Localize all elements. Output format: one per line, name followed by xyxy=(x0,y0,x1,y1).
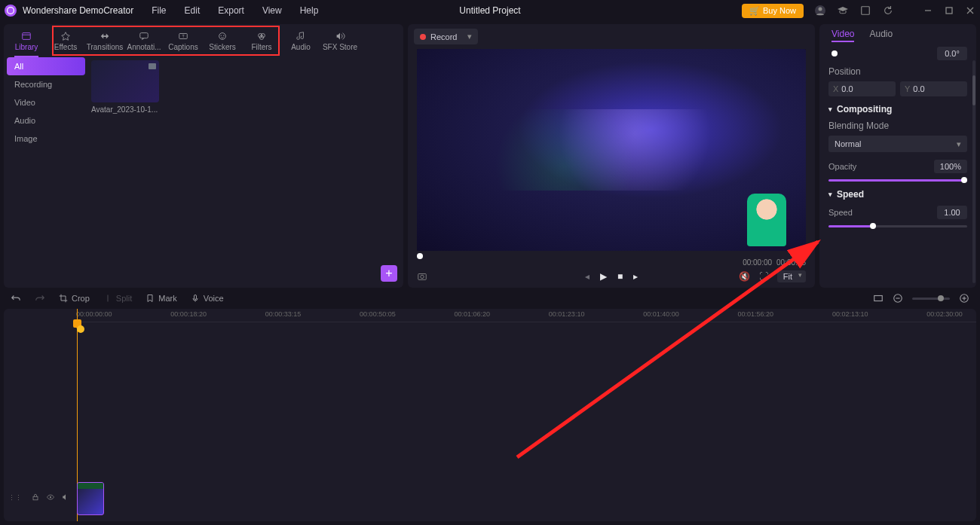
project-title: Untitled Project xyxy=(459,5,520,16)
time-current: 00:00:00 xyxy=(743,258,772,267)
split-label: Split xyxy=(116,294,132,303)
preview-panel: Record ▾ Export 00:00:00 00:00:05 ◂ ▶ xyxy=(408,24,815,288)
minimize-icon[interactable] xyxy=(923,5,933,16)
compositing-section-head[interactable]: Compositing xyxy=(828,104,967,114)
opacity-value[interactable]: 100% xyxy=(934,160,967,173)
eye-icon[interactable] xyxy=(46,493,57,503)
tab-sfx[interactable]: SFX Store xyxy=(320,26,360,56)
position-x-value: 0.0 xyxy=(841,84,853,93)
menu-export[interactable]: Export xyxy=(218,5,244,16)
menu-edit[interactable]: Edit xyxy=(185,5,201,16)
volume-icon[interactable]: 🔇 xyxy=(739,271,750,282)
cart-icon: 🛒 xyxy=(749,6,760,16)
zoom-slider[interactable] xyxy=(912,298,950,300)
tab-transitions[interactable]: Transitions xyxy=(85,26,124,56)
ruler-tick: 00:02:30:00 xyxy=(926,310,963,318)
close-icon[interactable] xyxy=(965,5,975,16)
speed-slider[interactable] xyxy=(828,225,967,227)
play-icon[interactable]: ▶ xyxy=(600,271,607,282)
lib-cat-recording[interactable]: Recording xyxy=(4,75,88,93)
position-x-input[interactable]: X0.0 xyxy=(828,81,896,96)
app-logo-icon xyxy=(5,5,17,17)
prop-tab-audio[interactable]: Audio xyxy=(869,29,893,42)
scrollbar[interactable] xyxy=(972,60,975,283)
timeline-ruler[interactable]: 00:00:00:00 00:00:18:20 00:00:33:15 00:0… xyxy=(76,309,976,322)
library-sidebar: All Recording Video Audio Image xyxy=(4,57,88,288)
mark-tool[interactable]: Mark xyxy=(145,294,176,303)
prev-frame-icon[interactable]: ◂ xyxy=(585,271,590,282)
fit-timeline-icon[interactable] xyxy=(873,293,884,304)
time-total: 00:00:05 xyxy=(776,258,806,267)
tab-filters[interactable]: Filters xyxy=(242,26,281,56)
stop-icon[interactable]: ■ xyxy=(617,271,623,282)
mute-icon[interactable] xyxy=(61,493,72,503)
timeline-tracks[interactable]: 00:00:00:00 00:00:18:20 00:00:33:15 00:0… xyxy=(76,309,976,521)
import-media-button[interactable]: + xyxy=(381,265,397,282)
menu-file[interactable]: File xyxy=(152,5,166,16)
tab-stickers[interactable]: Stickers xyxy=(203,26,242,56)
speed-slider-thumb[interactable] xyxy=(870,223,876,229)
undo-icon[interactable] xyxy=(11,293,21,304)
svg-rect-10 xyxy=(140,32,149,38)
speed-value[interactable]: 1.00 xyxy=(937,206,967,219)
voice-tool[interactable]: Voice xyxy=(191,294,224,303)
properties-panel: Video Audio 0.0° Position X0.0 Y0.0 Comp… xyxy=(819,24,976,288)
opacity-slider[interactable] xyxy=(828,179,967,182)
transport-controls: ◂ ▶ ■ ▸ 🔇 ⛶ Fit xyxy=(408,267,815,288)
opacity-row: Opacity 100% xyxy=(828,160,967,173)
zoom-out-icon[interactable] xyxy=(893,293,903,304)
feedback-icon[interactable] xyxy=(859,5,871,17)
tab-audio[interactable]: Audio xyxy=(281,26,320,56)
media-thumbnail[interactable] xyxy=(91,60,159,102)
split-tool[interactable]: Split xyxy=(103,294,132,303)
record-dot-icon xyxy=(420,34,426,40)
position-inputs: X0.0 Y0.0 xyxy=(828,81,967,96)
crop-tool[interactable]: Crop xyxy=(59,294,90,303)
timeline-marker[interactable] xyxy=(77,325,84,333)
lib-cat-video[interactable]: Video xyxy=(4,93,88,111)
tab-stickers-label: Stickers xyxy=(209,43,236,51)
media-thumbnail-label: Avatar_2023-10-1... xyxy=(91,105,159,114)
lock-icon[interactable] xyxy=(31,493,41,503)
speed-section-head[interactable]: Speed xyxy=(828,189,967,200)
ruler-tick: 00:01:40:00 xyxy=(643,310,679,318)
lib-cat-all[interactable]: All xyxy=(7,57,85,75)
blend-mode-select[interactable]: Normal xyxy=(828,136,967,152)
tab-library[interactable]: Library xyxy=(7,26,46,56)
buy-now-button[interactable]: 🛒 Buy Now xyxy=(742,4,804,18)
opacity-slider-thumb[interactable] xyxy=(961,177,967,183)
menu-view[interactable]: View xyxy=(262,5,282,16)
rotate-slider-thumb[interactable] xyxy=(831,50,838,56)
refresh-icon[interactable] xyxy=(882,5,894,17)
snapshot-icon[interactable] xyxy=(417,271,427,282)
maximize-icon[interactable] xyxy=(944,5,954,16)
fullscreen-icon[interactable]: ⛶ xyxy=(759,271,768,282)
menu-help[interactable]: Help xyxy=(300,5,319,16)
prop-tab-video[interactable]: Video xyxy=(831,29,854,42)
ruler-tick: 00:00:33:15 xyxy=(265,310,302,318)
lib-cat-image[interactable]: Image xyxy=(4,130,88,148)
next-frame-icon[interactable]: ▸ xyxy=(633,271,638,282)
timeline-clip[interactable] xyxy=(77,482,104,515)
redo-icon[interactable] xyxy=(35,293,45,304)
preview-viewport[interactable] xyxy=(417,49,806,251)
tab-effects[interactable]: Effects xyxy=(46,26,85,56)
svg-point-15 xyxy=(223,35,224,35)
record-button[interactable]: Record ▾ xyxy=(414,29,478,44)
tab-annotations[interactable]: Annotati... xyxy=(124,26,164,56)
library-content: Avatar_2023-10-1... + xyxy=(88,57,403,288)
account-icon[interactable] xyxy=(814,5,826,17)
position-y-value: 0.0 xyxy=(913,84,924,93)
graduation-icon[interactable] xyxy=(837,5,849,17)
rotate-value[interactable]: 0.0° xyxy=(937,47,967,60)
zoom-in-icon[interactable] xyxy=(959,293,969,304)
lib-cat-audio[interactable]: Audio xyxy=(4,111,88,130)
app-name: Wondershare DemoCreator xyxy=(23,5,133,16)
tab-captions[interactable]: TCaptions xyxy=(164,26,203,56)
tab-audio-label: Audio xyxy=(291,43,311,51)
speed-row: Speed 1.00 xyxy=(828,206,967,219)
time-display: 00:00:00 00:00:05 xyxy=(408,258,815,267)
record-bar: Record ▾ Export xyxy=(408,24,815,49)
zoom-fit-select[interactable]: Fit xyxy=(777,270,806,282)
position-y-input[interactable]: Y0.0 xyxy=(900,81,967,96)
